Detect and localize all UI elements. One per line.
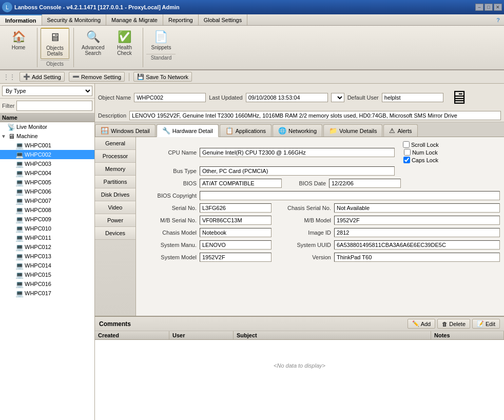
add-setting-button[interactable]: ➕ Add Setting bbox=[20, 72, 65, 82]
default-user-label: Default User bbox=[347, 94, 379, 101]
system-model-label: System Model bbox=[140, 254, 197, 260]
advanced-search-button[interactable]: 🔍 AdvancedSearch bbox=[77, 28, 109, 59]
sidenav-devices[interactable]: Devices bbox=[95, 227, 135, 240]
tab-applications[interactable]: 📋 Applications bbox=[220, 124, 272, 137]
sidenav-power[interactable]: Power bbox=[95, 214, 135, 227]
tree-item[interactable]: 💻WHPC005 bbox=[0, 178, 94, 187]
tab-windows-detail[interactable]: 🪟 Windows Detail bbox=[95, 124, 156, 137]
tree-item-label: WHPC003 bbox=[25, 161, 51, 167]
health-check-label: HealthCheck bbox=[117, 45, 132, 56]
comments-col-headers: Created User Subject Notes bbox=[95, 331, 504, 340]
tree-item[interactable]: 💻WHPC002 bbox=[0, 150, 94, 159]
sidenav-disk-drives[interactable]: Disk Drives bbox=[95, 188, 135, 201]
snippets-label: Snippets bbox=[151, 45, 171, 50]
tree-item[interactable]: ▼🖥Machine bbox=[0, 131, 94, 141]
caps-lock-checkbox[interactable] bbox=[403, 157, 410, 163]
filter-input[interactable] bbox=[16, 101, 92, 111]
add-comment-button[interactable]: ✏️ Add bbox=[408, 319, 436, 329]
snippets-button[interactable]: 📄 Snippets bbox=[146, 28, 176, 53]
sidenav-general[interactable]: General bbox=[95, 137, 135, 150]
add-comment-icon: ✏️ bbox=[412, 320, 419, 327]
tree-item[interactable]: 💻WHPC006 bbox=[0, 187, 94, 196]
tab-alerts[interactable]: ⚠ Alerts bbox=[383, 124, 417, 137]
health-check-button[interactable]: ✅ HealthCheck bbox=[110, 28, 139, 59]
sidenav-partitions[interactable]: Partitions bbox=[95, 176, 135, 188]
tab-volume-details-label: Volume Details bbox=[339, 128, 377, 134]
tree-container[interactable]: 📡Live Monitor▼🖥Machine 💻WHPC001 💻WHPC002… bbox=[0, 122, 94, 420]
tree-item[interactable]: 💻WHPC012 bbox=[0, 242, 94, 252]
tree-item[interactable]: 💻WHPC015 bbox=[0, 270, 94, 279]
tree-item[interactable]: 💻WHPC010 bbox=[0, 224, 94, 233]
scroll-lock-checkbox[interactable] bbox=[403, 141, 410, 148]
close-button[interactable]: ✕ bbox=[494, 4, 502, 11]
tree-item-label: WHPC005 bbox=[25, 179, 51, 185]
image-id-value: 2812 bbox=[334, 228, 500, 237]
sidenav-memory[interactable]: Memory bbox=[95, 163, 135, 176]
objects-details-button[interactable]: 🖥 ObjectsDetails bbox=[41, 28, 69, 59]
version-value: ThinkPad T60 bbox=[334, 253, 500, 262]
mb-serial-no-label: M/B Serial No. bbox=[140, 217, 197, 223]
tree-item[interactable]: 💻WHPC004 bbox=[0, 168, 94, 178]
tree-item[interactable]: 💻WHPC014 bbox=[0, 261, 94, 270]
help-icon[interactable]: ? bbox=[496, 17, 500, 23]
scroll-lock-checkbox-item: Scroll Lock bbox=[403, 141, 439, 148]
object-info-bar: Object Name WHPC002 Last Updated 09/10/2… bbox=[95, 84, 504, 122]
tree-item[interactable]: 💻WHPC009 bbox=[0, 215, 94, 224]
add-setting-icon: ➕ bbox=[23, 73, 30, 80]
tree-item[interactable]: 💻WHPC007 bbox=[0, 196, 94, 205]
tree-item[interactable]: 💻WHPC016 bbox=[0, 279, 94, 289]
remove-setting-button[interactable]: ➖ Remove Setting bbox=[69, 72, 125, 82]
tree-item-label: WHPC002 bbox=[25, 151, 51, 158]
tree-item[interactable]: 💻WHPC003 bbox=[0, 159, 94, 168]
tree-item-label: WHPC012 bbox=[25, 244, 51, 250]
sidenav-video[interactable]: Video bbox=[95, 201, 135, 214]
tab-volume-details[interactable]: 📁 Volume Details bbox=[323, 124, 382, 137]
save-to-network-icon: 💾 bbox=[137, 73, 144, 80]
objects-details-label: ObjectsDetails bbox=[46, 45, 64, 56]
delete-comment-icon: 🗑 bbox=[442, 321, 448, 327]
home-label: Home bbox=[12, 45, 26, 50]
tree-node-icon: 💻 bbox=[15, 271, 24, 279]
tree-item[interactable]: 💻WHPC017 bbox=[0, 289, 94, 298]
tree-item[interactable]: 💻WHPC001 bbox=[0, 141, 94, 150]
tree-node-icon: 💻 bbox=[15, 224, 24, 233]
menu-tab-global[interactable]: Global Settings bbox=[199, 14, 248, 25]
title-bar: L Lanboss Console - v4.2.1.1471 [127.0.0… bbox=[0, 0, 504, 14]
tab-windows-detail-label: Windows Detail bbox=[111, 128, 150, 134]
tree-item[interactable]: 💻WHPC013 bbox=[0, 252, 94, 261]
bios-copyright-row: BIOS Copyright bbox=[140, 191, 500, 200]
maximize-button[interactable]: □ bbox=[484, 4, 493, 11]
home-button[interactable]: 🏠 Home bbox=[4, 28, 33, 53]
tree-item[interactable]: 💻WHPC008 bbox=[0, 205, 94, 215]
system-manu-row: System Manu. LENOVO System UUID 6A538801… bbox=[140, 240, 500, 250]
delete-comment-label: Delete bbox=[449, 321, 466, 327]
last-updated-select[interactable] bbox=[331, 93, 344, 102]
tree-expand-icon[interactable]: ▼ bbox=[0, 133, 7, 139]
hardware-detail-icon: 🔧 bbox=[162, 127, 170, 135]
type-filter-select[interactable]: By Type bbox=[2, 86, 92, 96]
comments-title: Comments bbox=[99, 320, 131, 328]
num-lock-checkbox[interactable] bbox=[404, 149, 411, 156]
menu-tab-reporting[interactable]: Reporting bbox=[163, 14, 199, 25]
toolbar-group-search: 🔍 AdvancedSearch ✅ HealthCheck bbox=[77, 28, 143, 67]
right-panel: Object Name WHPC002 Last Updated 09/10/2… bbox=[95, 84, 504, 420]
delete-comment-button[interactable]: 🗑 Delete bbox=[437, 319, 470, 329]
filter-row-type: By Type bbox=[0, 84, 94, 99]
sidenav-processor[interactable]: Processor bbox=[95, 150, 135, 163]
tree-item[interactable]: 📡Live Monitor bbox=[0, 122, 94, 131]
tab-hardware-detail[interactable]: 🔧 Hardware Detail bbox=[157, 124, 219, 137]
system-manu-label: System Manu. bbox=[140, 242, 197, 248]
menu-tab-security[interactable]: Security & Monitoring bbox=[42, 14, 107, 25]
edit-comment-button[interactable]: 📝 Edit bbox=[472, 319, 500, 329]
tab-networking[interactable]: 🌐 Networking bbox=[273, 124, 322, 137]
tree-node-icon: 💻 bbox=[15, 289, 24, 297]
menu-tab-manage[interactable]: Manage & Migrate bbox=[106, 14, 163, 25]
volume-details-icon: 📁 bbox=[329, 127, 337, 135]
bios-date-value: 12/22/06 bbox=[329, 179, 401, 188]
tree-item[interactable]: 💻WHPC011 bbox=[0, 233, 94, 242]
menu-tab-information[interactable]: Information bbox=[0, 14, 42, 25]
bus-type-row: Bus Type Other, PC Card (PCMCIA) bbox=[140, 166, 500, 176]
save-to-network-button[interactable]: 💾 Save To Network bbox=[133, 72, 192, 82]
app-icon: L bbox=[2, 2, 12, 12]
minimize-button[interactable]: – bbox=[475, 4, 483, 11]
